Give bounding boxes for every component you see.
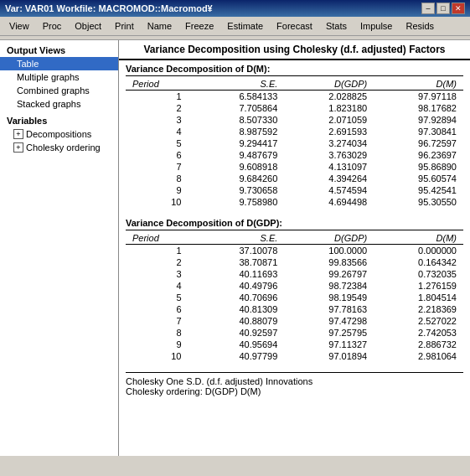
menu-item-forecast[interactable]: Forecast: [271, 18, 318, 34]
col-header-se-2: S.E.: [195, 232, 285, 245]
decomp-table-1: Period S.E. D(GDP) D(M) 16.5841332.02882…: [126, 78, 463, 208]
sidebar-item-cholesky-ordering[interactable]: + Cholesky ordering: [0, 141, 118, 154]
maximize-button[interactable]: □: [436, 3, 450, 14]
col-header-period-1: Period: [126, 78, 195, 91]
table-cell: 97.97118: [374, 91, 463, 103]
table-cell: 0.164342: [374, 256, 463, 268]
col-header-period-2: Period: [126, 232, 195, 245]
table-cell: 2.742053: [374, 327, 463, 339]
menu-item-resids[interactable]: Resids: [400, 18, 441, 34]
decomp-title-2: Variance Decomposition of D(GDP):: [126, 218, 463, 230]
table-cell: 1.804514: [374, 292, 463, 303]
table-row: 540.7069698.195491.804514: [126, 292, 463, 303]
decomp-section-2: Variance Decomposition of D(GDP): Period…: [126, 218, 463, 362]
sidebar-section-variables: Variables: [0, 114, 118, 127]
table-cell: 97.30841: [374, 126, 463, 137]
sidebar-item-decompositions[interactable]: + Decompositions: [0, 127, 118, 141]
sidebar-item-stacked-graphs[interactable]: Stacked graphs: [0, 97, 118, 111]
table-cell: 1: [126, 91, 195, 103]
table-row: 137.10078100.00000.000000: [126, 245, 463, 257]
table-cell: 2.981064: [374, 350, 463, 362]
table-cell: 98.17682: [374, 102, 463, 114]
decomp-table-2: Period S.E. D(GDP) D(M) 137.10078100.000…: [126, 232, 463, 362]
col-header-dgdp-1: D(GDP): [284, 78, 374, 91]
table-cell: 8.987592: [195, 126, 285, 137]
sidebar-item-combined-graphs[interactable]: Combined graphs: [0, 84, 118, 97]
table-cell: 9.684260: [195, 173, 285, 184]
table-row: 940.9569497.113272.886732: [126, 339, 463, 350]
table-row: 48.9875922.69159397.30841: [126, 126, 463, 137]
menu-item-freeze[interactable]: Freeze: [179, 18, 220, 34]
table-cell: 4.394264: [284, 173, 374, 184]
table-cell: 9.608918: [195, 161, 285, 173]
content-title: Variance Decomposition using Cholesky (d…: [119, 40, 470, 60]
menu-item-proc[interactable]: Proc: [37, 18, 68, 34]
table-cell: 40.88079: [195, 315, 285, 327]
table-cell: 40.49796: [195, 280, 285, 292]
table-cell: 9.294417: [195, 137, 285, 149]
table-cell: 95.86890: [374, 161, 463, 173]
table-cell: 40.81309: [195, 303, 285, 315]
table-cell: 8.507330: [195, 114, 285, 126]
table-cell: 2: [126, 102, 195, 114]
table-row: 1040.9779997.018942.981064: [126, 350, 463, 362]
content-area: Variance Decomposition using Cholesky (d…: [119, 40, 470, 456]
menu-item-view[interactable]: View: [3, 18, 35, 34]
content-scroll[interactable]: Variance Decomposition of D(M): Period S…: [119, 60, 470, 456]
sidebar-section-output-views: Output Views: [0, 44, 118, 57]
table-cell: 1.823180: [284, 102, 374, 114]
table-row: 16.5841332.02882597.97118: [126, 91, 463, 103]
tree-expand-cholesky-icon[interactable]: +: [13, 142, 23, 153]
table-cell: 97.11327: [284, 339, 374, 350]
table-cell: 9.758980: [195, 196, 285, 208]
col-header-dm-1: D(M): [374, 78, 463, 91]
table-cell: 3: [126, 268, 195, 280]
table-cell: 5: [126, 292, 195, 303]
table-row: 69.4876793.76302996.23697: [126, 149, 463, 161]
table-cell: 9: [126, 339, 195, 350]
table-cell: 2.691593: [284, 126, 374, 137]
menu-item-estimate[interactable]: Estimate: [221, 18, 269, 34]
table-row: 99.7306584.57459495.42541: [126, 184, 463, 196]
sidebar-item-table[interactable]: Table: [0, 57, 118, 70]
table-cell: 2: [126, 256, 195, 268]
menu-item-name[interactable]: Name: [142, 18, 178, 34]
table-cell: 4.574594: [284, 184, 374, 196]
table-cell: 9.730658: [195, 184, 285, 196]
table-cell: 2.071059: [284, 114, 374, 126]
col-header-dgdp-2: D(GDP): [284, 232, 374, 245]
table-row: 840.9259797.257952.742053: [126, 327, 463, 339]
menu-item-impulse[interactable]: Impulse: [354, 18, 399, 34]
tree-expand-icon[interactable]: +: [13, 129, 23, 139]
menu-item-object[interactable]: Object: [69, 18, 107, 34]
close-button[interactable]: ✕: [452, 3, 465, 14]
decomp-title-1: Variance Decomposition of D(M):: [126, 64, 463, 76]
sidebar: Output Views Table Multiple graphs Combi…: [0, 40, 119, 456]
table-row: 238.7087199.835660.164342: [126, 256, 463, 268]
title-bar: Var: VAR01 Workfile: MACROMOD::Macromod¥…: [0, 0, 470, 17]
table-cell: 3: [126, 114, 195, 126]
table-cell: 99.83566: [284, 256, 374, 268]
table-cell: 4: [126, 280, 195, 292]
main-area: Output Views Table Multiple graphs Combi…: [0, 40, 470, 456]
table-row: 440.4979698.723841.276159: [126, 280, 463, 292]
decomp-section-1: Variance Decomposition of D(M): Period S…: [126, 64, 463, 208]
minimize-button[interactable]: –: [421, 3, 435, 14]
table-cell: 4: [126, 126, 195, 137]
table-cell: 38.70871: [195, 256, 285, 268]
table-row: 79.6089184.13109795.86890: [126, 161, 463, 173]
table-cell: 10: [126, 196, 195, 208]
table-cell: 37.10078: [195, 245, 285, 257]
menu-item-stats[interactable]: Stats: [320, 18, 353, 34]
footer-notes: Cholesky One S.D. (d.f. adjusted) Innova…: [126, 372, 463, 396]
table-cell: 1: [126, 245, 195, 257]
table-row: 109.7589804.69449895.30550: [126, 196, 463, 208]
table-cell: 6.584133: [195, 91, 285, 103]
table-cell: 97.92894: [374, 114, 463, 126]
menu-item-print[interactable]: Print: [109, 18, 140, 34]
sidebar-item-multiple-graphs[interactable]: Multiple graphs: [0, 70, 118, 84]
table-cell: 6: [126, 303, 195, 315]
table-cell: 95.42541: [374, 184, 463, 196]
table-cell: 99.26797: [284, 268, 374, 280]
table-cell: 40.70696: [195, 292, 285, 303]
